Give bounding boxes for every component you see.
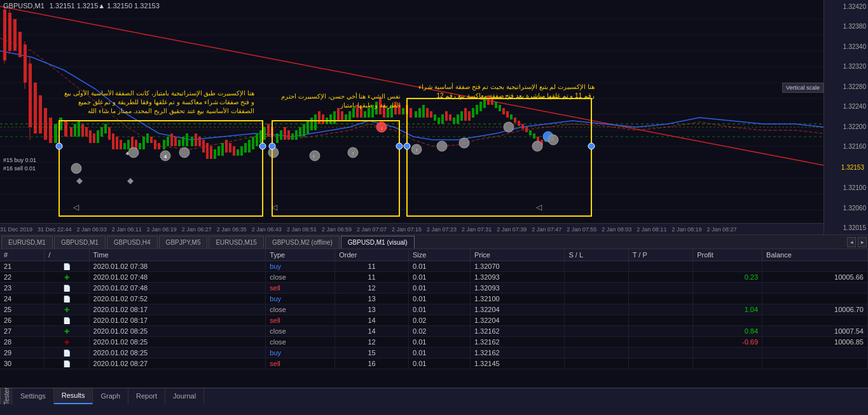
cell-sl — [565, 337, 628, 348]
price-7: 1.32200 — [826, 123, 866, 130]
cell-icon: 📄 — [45, 283, 89, 294]
svg-rect-65 — [191, 137, 193, 146]
table-row: 28 ✚ 2020.01.02 08:25 close 12 0.01 1.32… — [0, 337, 868, 348]
cell-price: 1.32093 — [470, 283, 565, 294]
svg-rect-147 — [506, 111, 509, 118]
svg-rect-154 — [533, 133, 535, 139]
cell-price: 1.32145 — [470, 358, 565, 369]
svg-rect-22 — [18, 32, 22, 57]
cell-profit — [693, 294, 762, 304]
cell-price: 1.32204 — [470, 315, 565, 326]
svg-point-166 — [310, 151, 320, 161]
tab-eurusd-m15[interactable]: EURUSD,M15 — [209, 236, 263, 248]
cell-tp — [628, 358, 692, 369]
svg-rect-55 — [150, 137, 153, 143]
price-1: 1.32420 — [826, 3, 866, 10]
tab-settings[interactable]: Settings — [13, 388, 54, 404]
cell-profit: 1.04 — [693, 304, 762, 315]
table-row: 29 📄 2020.01.02 08:25 buy 15 0.01 1.3216… — [0, 348, 868, 358]
svg-rect-87 — [276, 133, 279, 143]
cell-size: 0.01 — [408, 358, 470, 369]
svg-rect-120 — [402, 108, 404, 114]
table-row: 25 ✚ 2020.01.02 08:17 close 13 0.01 1.32… — [0, 304, 868, 315]
svg-rect-139 — [476, 105, 478, 114]
col-price: Price — [470, 249, 565, 261]
svg-rect-149 — [514, 118, 516, 123]
time-18: 2 Jan 08:11 — [637, 226, 666, 233]
col-balance: Balance — [762, 249, 868, 261]
svg-rect-89 — [284, 127, 286, 140]
svg-rect-78 — [240, 146, 243, 156]
col-order: Order — [335, 249, 409, 261]
svg-rect-144 — [495, 102, 497, 108]
svg-rect-30 — [49, 118, 52, 143]
svg-rect-81 — [252, 137, 254, 149]
cell-profit: 0.84 — [693, 326, 762, 337]
col-num: # — [0, 249, 45, 261]
svg-point-187 — [396, 143, 403, 149]
time-4: 2 Jan 06:19 — [147, 226, 177, 233]
cell-tp — [628, 272, 692, 283]
vertical-scale-button[interactable]: Vertical scale — [782, 83, 823, 93]
svg-rect-135 — [460, 111, 463, 121]
tab-journal[interactable]: Journal — [165, 388, 204, 404]
tab-gbpusd-m1[interactable]: GBPUSD,M1 — [54, 236, 106, 248]
price-6: 1.32240 — [826, 103, 866, 110]
svg-rect-48 — [123, 143, 126, 149]
cell-order: 13 — [335, 304, 409, 315]
svg-point-184 — [56, 143, 62, 149]
cell-balance: 10006.70 — [762, 304, 868, 315]
col-sl: S / L — [565, 249, 628, 261]
tab-report[interactable]: Report — [128, 388, 165, 404]
svg-rect-130 — [441, 114, 444, 124]
cell-balance — [762, 358, 868, 369]
cell-tp — [628, 304, 692, 315]
svg-rect-92 — [295, 130, 298, 140]
svg-rect-98 — [318, 111, 320, 124]
svg-rect-21 — [13, 19, 17, 51]
price-8: 1.32160 — [826, 143, 866, 150]
cell-order: 16 — [335, 358, 409, 369]
svg-rect-137 — [468, 111, 471, 121]
svg-rect-38 — [85, 127, 88, 137]
current-price: 1.32153 — [826, 163, 866, 172]
time-7: 2 Jan 06:43 — [252, 226, 282, 233]
tab-graph[interactable]: Graph — [93, 388, 128, 404]
cell-tp — [628, 294, 692, 304]
svg-rect-71 — [214, 149, 216, 159]
cell-num: 25 — [0, 304, 45, 315]
cell-time: 2020.01.02 08:25 — [89, 326, 266, 337]
tab-gbpusd-m1-visual[interactable]: GBPUSD,M1 (visual) — [341, 236, 415, 248]
cell-time: 2020.01.02 08:25 — [89, 337, 266, 348]
tab-gbpjpy-m5[interactable]: GBPJPY,M5 — [159, 236, 208, 248]
tab-gbpusd-h4[interactable]: GBPUSD,H4 — [107, 236, 158, 248]
svg-rect-79 — [244, 143, 247, 153]
svg-rect-36 — [78, 121, 80, 137]
svg-rect-42 — [100, 127, 103, 137]
cell-size: 0.01 — [408, 348, 470, 358]
tab-results[interactable]: Results — [54, 388, 93, 404]
cell-size: 0.01 — [408, 337, 470, 348]
svg-rect-76 — [233, 146, 235, 156]
tab-gbpusd-m2-offline[interactable]: GBPUSD,M2 (offline) — [265, 236, 340, 248]
svg-rect-74 — [225, 140, 228, 153]
svg-rect-72 — [217, 146, 220, 156]
tab-nav-right[interactable]: ▸ — [858, 237, 867, 247]
col-size: Size — [408, 249, 470, 261]
svg-rect-93 — [299, 127, 301, 137]
svg-rect-77 — [237, 149, 239, 156]
svg-point-185 — [259, 143, 266, 149]
tester-label[interactable]: Tester — [0, 388, 13, 404]
svg-rect-127 — [430, 111, 432, 118]
cell-icon: 📄 — [45, 315, 89, 326]
tab-eurusd-m1[interactable]: EURUSD,M1 — [1, 236, 53, 248]
cell-profit — [693, 348, 762, 358]
cell-balance: 10007.54 — [762, 326, 868, 337]
cell-type: buy — [266, 261, 335, 272]
tab-nav-left[interactable]: ◂ — [847, 237, 856, 247]
time-15: 2 Jan 07:47 — [532, 226, 561, 233]
cell-size: 0.02 — [408, 315, 470, 326]
svg-rect-47 — [120, 140, 122, 149]
cell-profit — [693, 261, 762, 272]
svg-rect-138 — [472, 108, 474, 118]
